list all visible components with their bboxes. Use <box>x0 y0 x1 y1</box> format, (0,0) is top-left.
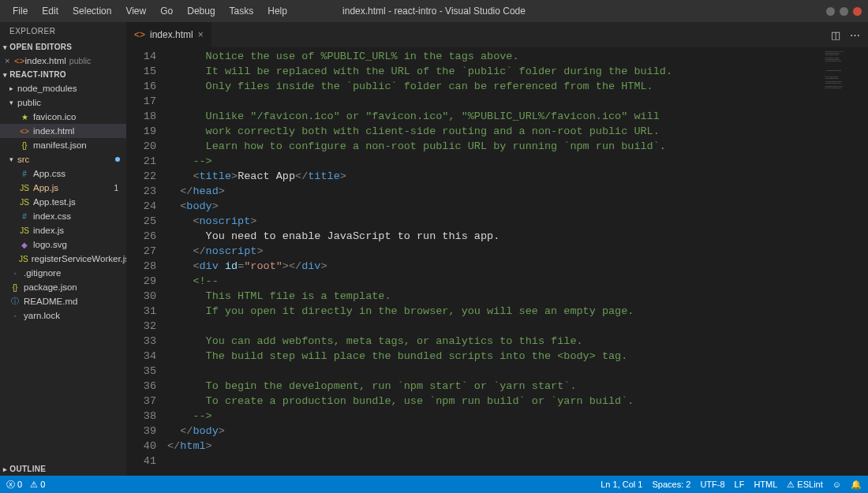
file-label: App.css <box>33 169 65 178</box>
menu-go[interactable]: Go <box>154 4 179 18</box>
open-editors-header[interactable]: OPEN EDITORS <box>0 40 126 54</box>
lock-icon: ◦ <box>9 312 21 320</box>
tree-folder-public[interactable]: ▾ public <box>0 95 126 110</box>
folder-label: src <box>17 155 29 164</box>
project-header[interactable]: REACT-INTRO <box>0 68 126 81</box>
split-editor-icon[interactable]: ◫ <box>831 29 840 41</box>
chevron-down-icon: ▾ <box>9 99 17 106</box>
close-editor-icon[interactable]: × <box>5 56 14 65</box>
more-actions-icon[interactable]: ⋯ <box>850 29 860 41</box>
tree-file-indexhtml[interactable]: <> index.html <box>0 124 126 138</box>
eslint-icon: ⚠ <box>787 480 795 490</box>
js-icon: JS <box>19 255 28 263</box>
close-tab-icon[interactable]: × <box>198 29 204 40</box>
maximize-button[interactable] <box>840 7 848 16</box>
tree-file-gitignore[interactable]: ◦ .gitignore <box>0 266 126 280</box>
file-label: index.css <box>33 211 71 221</box>
status-lncol[interactable]: Ln 1, Col 1 <box>600 480 642 489</box>
tree-file-rsw[interactable]: JS registerServiceWorker.js <box>0 252 126 266</box>
json-icon: {} <box>19 141 30 150</box>
feedback-icon[interactable]: ☺ <box>832 480 841 489</box>
close-button[interactable] <box>853 7 862 16</box>
file-label: manifest.json <box>33 140 87 150</box>
tree-file-readme[interactable]: ⓘ README.md <box>0 294 126 308</box>
explorer-sidebar: EXPLORER OPEN EDITORS × <> index.html pu… <box>0 22 126 476</box>
tab-actions: ◫ ⋯ <box>831 22 868 47</box>
window-title: index.html - react-intro - Visual Studio… <box>342 6 526 17</box>
warning-icon: ⚠ <box>30 480 38 490</box>
open-editor-item[interactable]: × <> index.html public <box>0 54 126 68</box>
menu-view[interactable]: View <box>119 4 152 18</box>
menu-selection[interactable]: Selection <box>66 4 118 18</box>
html-icon: <> <box>134 29 145 40</box>
status-eol[interactable]: LF <box>735 480 745 489</box>
file-label: favicon.ico <box>33 112 76 121</box>
status-spaces[interactable]: Spaces: 2 <box>652 480 690 489</box>
file-label: index.html <box>33 126 74 136</box>
tree-file-logosvg[interactable]: ◆ logo.svg <box>0 237 126 252</box>
menu-edit[interactable]: Edit <box>36 4 65 18</box>
gitignore-icon: ◦ <box>9 269 21 278</box>
html-icon: <> <box>19 127 30 136</box>
file-label: logo.svg <box>33 240 67 249</box>
tab-indexhtml[interactable]: <> index.html × <box>126 22 212 47</box>
status-errors[interactable]: ⓧ 0 <box>6 479 22 491</box>
problem-badge: 1 <box>114 184 123 192</box>
file-label: README.md <box>24 297 77 306</box>
eslint-label: ESLint <box>797 480 822 489</box>
chevron-down-icon: ▾ <box>9 155 17 163</box>
open-editor-filename: index.html <box>24 56 65 65</box>
html-icon: <> <box>14 56 24 65</box>
minimap[interactable]: Notice the use of %PUBLIC_URL% in It wil… <box>821 47 868 476</box>
tree-file-favicon[interactable]: ★ favicon.ico <box>0 110 126 124</box>
js-icon: JS <box>19 198 30 207</box>
file-label: package.json <box>24 282 77 292</box>
favicon-icon: ★ <box>19 113 30 121</box>
line-gutter: 14 15 16 17 18 19 20 21 22 23 24 25 26 2… <box>126 47 167 476</box>
js-icon: JS <box>19 184 30 192</box>
file-label: .gitignore <box>24 268 61 278</box>
warning-count: 0 <box>40 480 45 489</box>
file-label: index.js <box>33 226 64 235</box>
error-count: 0 <box>17 480 22 489</box>
tree-file-manifest[interactable]: {} manifest.json <box>0 138 126 152</box>
status-language[interactable]: HTML <box>754 480 777 489</box>
menu-help[interactable]: Help <box>261 4 294 18</box>
status-warnings[interactable]: ⚠ 0 <box>30 480 45 490</box>
tree-file-appjs[interactable]: JS App.js 1 <box>0 181 126 195</box>
editor-area: <> index.html × ◫ ⋯ 14 15 16 17 18 19 20… <box>126 22 868 476</box>
tree-file-indexcss[interactable]: # index.css <box>0 209 126 223</box>
markdown-icon: ⓘ <box>9 296 21 307</box>
menu-file[interactable]: File <box>6 4 34 18</box>
window-controls <box>826 7 862 16</box>
tree-file-appcss[interactable]: # App.css <box>0 166 126 181</box>
file-label: registerServiceWorker.js <box>32 254 126 263</box>
file-label: App.js <box>33 183 58 192</box>
tree-folder-node-modules[interactable]: ▸ node_modules <box>0 81 126 95</box>
tree-file-apptest[interactable]: JS App.test.js <box>0 195 126 209</box>
tree-file-packagejson[interactable]: {} package.json <box>0 280 126 294</box>
folder-label: node_modules <box>17 84 77 93</box>
menubar: FileEditSelectionViewGoDebugTasksHelp <box>6 4 294 18</box>
css-icon: # <box>19 212 30 221</box>
status-encoding[interactable]: UTF-8 <box>700 480 724 489</box>
notifications-icon[interactable]: 🔔 <box>851 480 862 490</box>
tree-file-yarnlock[interactable]: ◦ yarn.lock <box>0 308 126 323</box>
tree-file-indexjs[interactable]: JS index.js <box>0 223 126 237</box>
editor-tabs: <> index.html × ◫ ⋯ <box>126 22 868 47</box>
code-editor[interactable]: Notice the use of %PUBLIC_URL% in the ta… <box>167 47 821 476</box>
menu-tasks[interactable]: Tasks <box>223 4 260 18</box>
outline-header[interactable]: OUTLINE <box>0 462 126 476</box>
tree-folder-src[interactable]: ▾ src <box>0 152 126 166</box>
folder-label: public <box>17 98 41 107</box>
chevron-right-icon: ▸ <box>9 84 17 92</box>
menu-debug[interactable]: Debug <box>181 4 221 18</box>
minimize-button[interactable] <box>826 7 835 16</box>
statusbar: ⓧ 0 ⚠ 0 Ln 1, Col 1 Spaces: 2 UTF-8 LF H… <box>0 476 868 493</box>
file-label: App.test.js <box>33 197 76 207</box>
code-container: 14 15 16 17 18 19 20 21 22 23 24 25 26 2… <box>126 47 868 476</box>
open-editor-folder: public <box>69 56 91 65</box>
status-eslint[interactable]: ⚠ ESLint <box>787 480 822 490</box>
git-modified-dot <box>115 157 120 162</box>
css-icon: # <box>19 170 30 178</box>
